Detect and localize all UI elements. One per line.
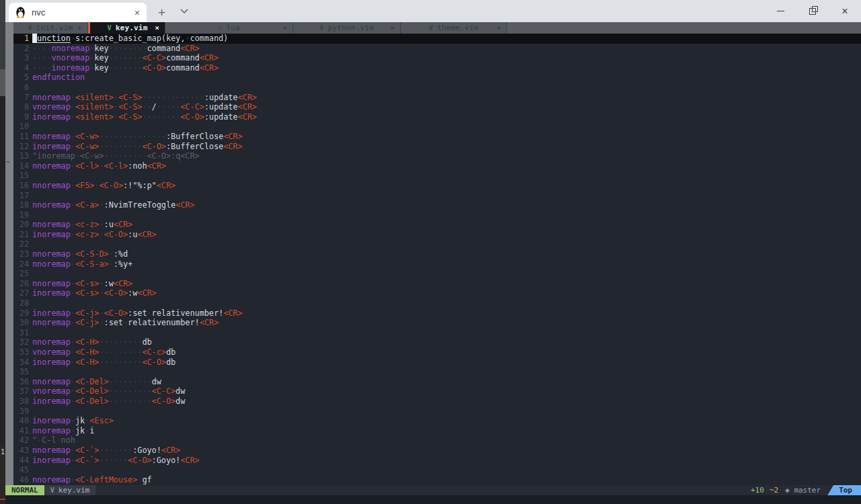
code-line[interactable]: 10 (13, 122, 861, 132)
code-text: nnoremap·<C-H>·········db (32, 337, 152, 347)
line-number: 41 (13, 426, 32, 436)
editor-buffer[interactable]: 1function·s:create_basic_map(key,·comman… (13, 34, 861, 485)
line-number: 6 (13, 83, 32, 93)
code-line[interactable]: 11nnoremap·<C-w>··············:BufferClo… (13, 132, 861, 142)
code-line[interactable]: 26nnoremap·<C-s>·:w<CR> (13, 279, 861, 289)
line-number: 10 (13, 122, 32, 132)
line-number: 31 (13, 328, 32, 338)
titlebar: nvc × + × (5, 0, 861, 22)
tab-close-icon[interactable]: × (155, 22, 159, 34)
code-text: "·C-l·noh (32, 435, 75, 446)
command-line[interactable] (5, 495, 861, 504)
tab-menu-chevron-down-icon[interactable] (180, 4, 188, 16)
tabline-filler (507, 22, 861, 34)
line-number: 20 (13, 220, 32, 230)
code-line[interactable]: 25 (13, 269, 861, 279)
code-line[interactable]: 45 (13, 465, 861, 475)
terminal-tab[interactable]: nvc × (9, 3, 147, 22)
code-line[interactable]: 32nnoremap·<C-H>·········db (13, 337, 861, 347)
code-line[interactable]: 28 (13, 298, 861, 308)
code-line[interactable]: 29inoremap·<C-j>·<C-O>:set·relativenumbe… (13, 308, 861, 319)
tab-close-icon[interactable]: × (77, 22, 82, 34)
line-number: 34 (13, 358, 32, 368)
code-line[interactable]: 12inoremap·<C-w>·········<C-O>:BufferClo… (13, 142, 861, 152)
tab-label: python.vim (328, 22, 374, 34)
code-line[interactable]: 1function·s:create_basic_map(key,·comman… (13, 34, 861, 44)
code-line[interactable]: 18nnoremap·<C-a>·:NvimTreeToggle<CR> (13, 200, 861, 210)
code-line[interactable]: 31 (13, 328, 861, 338)
line-number: 15 (13, 171, 32, 181)
background-segment (0, 96, 5, 444)
code-line[interactable]: 4····inoremap·key·······<C-O>command<CR> (13, 63, 861, 73)
vim-tab-theme.vim[interactable]: Vtheme.vim× (401, 22, 507, 34)
code-text: nnoremap·<C-l>·<C-l>:noh<CR> (32, 161, 166, 171)
close-button[interactable]: × (829, 0, 861, 22)
code-line[interactable]: 30nnoremap·<C-j>·:set·relativenumber!<CR… (13, 318, 861, 328)
code-line[interactable]: 33vnoremap·<C-H>·········<C-c>db (13, 347, 861, 358)
window-controls: × (764, 0, 861, 22)
code-line[interactable]: 37vnoremap·<C-Del>·········<C-C>dw (13, 386, 861, 396)
code-line[interactable]: 7nnoremap·<silent>·<C-S>·············:up… (13, 93, 861, 103)
code-line[interactable]: 6 (13, 83, 861, 93)
code-line[interactable]: 5endfunction (13, 73, 861, 83)
tab-close-icon[interactable]: × (390, 22, 395, 34)
restore-button[interactable] (796, 0, 829, 22)
vim-tab-init.vim[interactable]: Vinit.vim× (13, 22, 88, 34)
code-line[interactable]: 38inoremap·<C-Del>·········<C-O>dw (13, 396, 861, 407)
line-number: 23 (13, 249, 32, 259)
code-line[interactable]: 34inoremap·<C-H>·········<C-O>db (13, 358, 861, 368)
code-line[interactable]: 23nnoremap·<C-S-D>·:%d (13, 249, 861, 259)
code-text: nnoremap·<C-S-a>·:%y+ (32, 259, 133, 269)
code-text: nnoremap·<C-`>·······:Goyo!<CR> (32, 446, 180, 456)
code-line[interactable]: 20nnoremap·<c-z>·:u<CR> (13, 220, 861, 230)
code-line[interactable]: 2····nnoremap·key········command<CR> (13, 44, 861, 54)
code-line[interactable]: 39 (13, 407, 861, 417)
code-text: nnoremap·<C-LeftMouse>·gf (32, 475, 152, 485)
code-line[interactable]: 27inoremap·<C-s>·<C-O>:w<CR> (13, 288, 861, 298)
line-number: 46 (13, 475, 32, 485)
background-line-number: 1 (1, 448, 5, 456)
line-number: 13 (13, 151, 32, 161)
code-line[interactable]: 14nnoremap·<C-l>·<C-l>:noh<CR> (13, 161, 861, 171)
code-line[interactable]: 41nnoremap·jk·i (13, 426, 861, 436)
code-line[interactable]: 15 (13, 171, 861, 181)
tab-close-icon[interactable]: × (496, 22, 501, 34)
screen: 1 nvc (0, 0, 861, 504)
tab-close-icon[interactable]: × (283, 22, 287, 34)
code-line[interactable]: 16nnoremap·<F5>·<C-O>:!"%:p"<CR> (13, 181, 861, 191)
new-tab-button[interactable]: + (158, 6, 165, 19)
code-line[interactable]: 17 (13, 191, 861, 201)
code-line[interactable]: 24nnoremap·<C-S-a>·:%y+ (13, 259, 861, 269)
code-text: ····inoremap·key·······<C-O>command<CR> (32, 63, 219, 73)
code-text: inoremap·<c-z>·<C-O>:u<CR> (32, 230, 157, 240)
scrollbar-strip[interactable]: ~ (5, 22, 13, 485)
vim-tab-python.vim[interactable]: Vpython.vim× (293, 22, 401, 34)
tab-label: theme.vim (437, 22, 478, 34)
code-line[interactable]: 36nnoremap·<C-Del>·········dw (13, 377, 861, 387)
tab-label: key.vim (116, 22, 148, 34)
line-number: 44 (13, 456, 32, 466)
code-line[interactable]: 3····vnoremap·key·······<C-C>command<CR> (13, 53, 861, 63)
code-text: nnoremap·<c-z>·:u<CR> (32, 220, 133, 230)
vim-tab-lua[interactable]: ☾lua× (165, 22, 293, 34)
code-line[interactable]: 21inoremap·<c-z>·<C-O>:u<CR> (13, 230, 861, 240)
terminal-tab-close-icon[interactable]: × (135, 8, 140, 17)
code-line[interactable]: 42"·C-l·noh (13, 435, 861, 446)
code-line[interactable]: 46nnoremap·<C-LeftMouse>·gf (13, 475, 861, 485)
code-line[interactable]: 8vnoremap·<silent>·<C-S>··/·····<C-C>:up… (13, 102, 861, 112)
code-line[interactable]: 13"inoremap·<C-w>·········<C-O>:q<CR> (13, 151, 861, 161)
code-line[interactable]: 43nnoremap·<C-`>·······:Goyo!<CR> (13, 446, 861, 456)
code-line[interactable]: 19 (13, 210, 861, 220)
code-text: inoremap·<C-j>·<C-O>:set·relativenumber!… (32, 308, 243, 319)
code-line[interactable]: 40inoremap·jk·<Esc> (13, 416, 861, 426)
code-line[interactable]: 44inoremap·<C-`>······<C-O>:Goyo!<CR> (13, 456, 861, 466)
code-text: nnoremap·<C-S-D>·:%d (32, 249, 128, 259)
code-text: endfunction (32, 73, 85, 83)
code-line[interactable]: 9inoremap·<silent>·<C-S>········<C-O>:up… (13, 112, 861, 122)
content-row: ~ Vinit.vim×Vkey.vim×☾lua×Vpython.vim×Vt… (5, 22, 861, 485)
code-line[interactable]: 35 (13, 367, 861, 377)
minimize-button[interactable] (764, 0, 796, 22)
code-line[interactable]: 22 (13, 239, 861, 249)
code-text: inoremap·<C-s>·<C-O>:w<CR> (32, 288, 157, 298)
vim-tab-key.vim[interactable]: Vkey.vim× (88, 22, 165, 34)
